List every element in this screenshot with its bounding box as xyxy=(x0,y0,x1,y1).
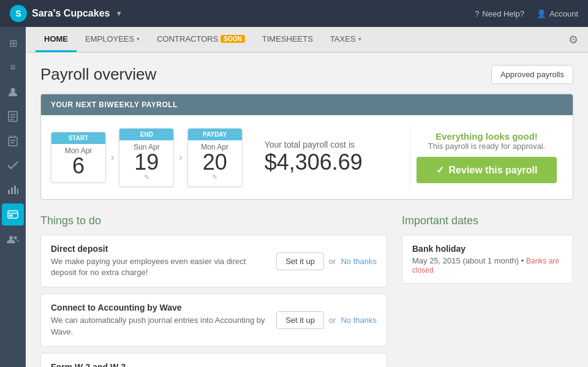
todo-w2: Form W-2 and W-3 Generate your Form W-2 … xyxy=(40,353,387,367)
logo-circle: S xyxy=(10,5,27,22)
sidebar-item-list[interactable]: ≡ xyxy=(2,56,24,78)
top-navbar: S Sara's Cupcakes ▾ ? Need Help? 👤 Accou… xyxy=(0,0,588,27)
help-link[interactable]: ? Need Help? xyxy=(475,9,524,18)
tab-home[interactable]: HOME xyxy=(36,27,77,52)
or-text-2: or xyxy=(329,316,336,325)
svg-rect-5 xyxy=(9,137,17,146)
start-label: START xyxy=(51,132,105,144)
sidebar-item-document[interactable] xyxy=(2,105,24,127)
sidebar-item-clipboard[interactable] xyxy=(2,130,24,152)
arrow-1: › xyxy=(111,152,114,163)
settings-icon[interactable]: ⚙ xyxy=(568,33,578,47)
contractors-soon-badge: SOON xyxy=(221,35,244,43)
svg-rect-11 xyxy=(17,189,18,194)
accounting-no-thanks[interactable]: No thanks xyxy=(341,316,377,325)
app-logo[interactable]: S Sara's Cupcakes ▾ xyxy=(10,5,121,22)
todo-accounting: Connect to Accounting by Wave We can aut… xyxy=(40,293,387,346)
bank-holiday-date: May 25, 2015 (about 1 month) • Banks are… xyxy=(412,256,563,274)
review-section: Everything looks good! This payroll is r… xyxy=(410,125,563,189)
end-date-body: Sun Apr 19 ✎ xyxy=(119,140,173,186)
page-header: Payroll overview Approved payrolls xyxy=(40,65,573,84)
bank-holiday-title: Bank holiday xyxy=(412,244,563,254)
things-to-do-section: Things to do Direct deposit We make payi… xyxy=(40,214,387,367)
sidebar-item-person[interactable] xyxy=(2,81,24,103)
or-text-1: or xyxy=(329,257,336,266)
payday-edit-icon: ✎ xyxy=(193,173,237,181)
approved-payrolls-button[interactable]: Approved payrolls xyxy=(491,65,573,84)
review-status-title: Everything looks good! xyxy=(428,131,545,142)
page-content: Payroll overview Approved payrolls YOUR … xyxy=(26,53,588,367)
payroll-cost: Your total payroll cost is $4,306.69 xyxy=(252,125,400,189)
todo-direct-deposit-info: Direct deposit We make paying your emplo… xyxy=(51,244,266,278)
end-edit-icon: ✎ xyxy=(124,173,168,181)
important-dates-title: Important dates xyxy=(402,214,573,227)
direct-deposit-setup-button[interactable]: Set it up xyxy=(276,252,324,270)
svg-point-16 xyxy=(14,236,17,240)
app-dropdown-arrow[interactable]: ▾ xyxy=(117,9,121,18)
arrow-2: › xyxy=(179,152,182,163)
main-layout: ⊞ ≡ HOME EMPLOYEES xyxy=(0,27,588,367)
payday-label: PAYDAY xyxy=(188,129,242,140)
two-col-layout: Things to do Direct deposit We make payi… xyxy=(40,214,573,367)
start-date-box[interactable]: START Mon Apr 6 xyxy=(51,132,106,183)
cost-amount: $4,306.69 xyxy=(265,149,388,175)
tab-employees[interactable]: EMPLOYEES ▾ xyxy=(77,27,148,52)
todo-direct-deposit-title: Direct deposit xyxy=(51,244,266,254)
taxes-arrow: ▾ xyxy=(358,36,361,42)
todo-direct-deposit-desc: We make paying your employees even easie… xyxy=(51,256,266,278)
todo-direct-deposit: Direct deposit We make paying your emplo… xyxy=(40,235,387,287)
important-dates-card: Bank holiday May 25, 2015 (about 1 month… xyxy=(402,235,573,284)
tab-bar: HOME EMPLOYEES ▾ CONTRACTORS SOON TIMESH… xyxy=(26,27,588,53)
svg-point-0 xyxy=(11,88,15,93)
svg-rect-14 xyxy=(10,215,12,216)
sidebar: ⊞ ≡ xyxy=(0,27,26,367)
date-pickers: START Mon Apr 6 › END Sun Apr 19 xyxy=(51,125,243,189)
svg-point-15 xyxy=(9,236,13,240)
sidebar-item-check[interactable] xyxy=(2,154,24,176)
payday-day: 20 xyxy=(193,151,237,173)
accounting-setup-button[interactable]: Set it up xyxy=(276,311,324,329)
sidebar-item-payroll[interactable] xyxy=(2,203,24,225)
todo-accounting-actions: Set it up or No thanks xyxy=(276,311,377,329)
review-payroll-button[interactable]: ✓ Review this payroll xyxy=(417,157,557,183)
payday-date-box[interactable]: PAYDAY Mon Apr 20 ✎ xyxy=(187,128,243,187)
todo-accounting-title: Connect to Accounting by Wave xyxy=(51,303,266,312)
payday-date-body: Mon Apr 20 ✎ xyxy=(188,140,242,186)
payroll-card-header: YOUR NEXT BIWEEKLY PAYROLL xyxy=(41,94,573,115)
svg-rect-9 xyxy=(11,187,13,194)
checkmark-icon: ✓ xyxy=(436,164,444,176)
todo-accounting-info: Connect to Accounting by Wave We can aut… xyxy=(51,303,266,337)
tab-timesheets[interactable]: TIMESHEETS xyxy=(254,27,322,52)
payroll-card-body: START Mon Apr 6 › END Sun Apr 19 xyxy=(41,115,573,199)
end-date-box[interactable]: END Sun Apr 19 ✎ xyxy=(119,128,174,187)
svg-rect-10 xyxy=(14,186,16,194)
employees-arrow: ▾ xyxy=(137,36,140,42)
end-day: 19 xyxy=(124,151,168,173)
start-day: 6 xyxy=(56,155,100,177)
account-icon: 👤 xyxy=(537,9,546,18)
todo-w2-info: Form W-2 and W-3 Generate your Form W-2 … xyxy=(51,362,263,367)
account-link[interactable]: 👤 Account xyxy=(537,9,578,18)
help-icon: ? xyxy=(475,9,479,18)
sidebar-item-users[interactable] xyxy=(2,228,24,250)
top-nav-right: ? Need Help? 👤 Account xyxy=(475,9,578,18)
app-name: Sara's Cupcakes xyxy=(32,8,110,19)
direct-deposit-no-thanks[interactable]: No thanks xyxy=(341,257,377,266)
tab-contractors[interactable]: CONTRACTORS SOON xyxy=(148,27,254,52)
things-to-do-title: Things to do xyxy=(40,214,387,227)
tab-taxes[interactable]: TAXES ▾ xyxy=(322,27,370,52)
todo-accounting-desc: We can automatically push journal entrie… xyxy=(51,315,266,337)
todo-direct-deposit-actions: Set it up or No thanks xyxy=(276,252,377,270)
svg-rect-8 xyxy=(8,190,10,194)
todo-w2-title: Form W-2 and W-3 xyxy=(51,362,263,367)
page-title: Payroll overview xyxy=(40,65,156,84)
sidebar-item-grid[interactable]: ⊞ xyxy=(2,32,24,54)
svg-rect-12 xyxy=(8,211,18,218)
sidebar-item-chart[interactable] xyxy=(2,179,24,201)
review-status-sub: This payroll is ready for approval. xyxy=(428,142,545,151)
content-area: HOME EMPLOYEES ▾ CONTRACTORS SOON TIMESH… xyxy=(26,27,588,367)
important-dates-section: Important dates Bank holiday May 25, 201… xyxy=(402,214,573,367)
review-status: Everything looks good! This payroll is r… xyxy=(428,131,545,151)
payroll-card: YOUR NEXT BIWEEKLY PAYROLL START Mon Apr… xyxy=(40,94,573,200)
end-label: END xyxy=(119,129,173,140)
